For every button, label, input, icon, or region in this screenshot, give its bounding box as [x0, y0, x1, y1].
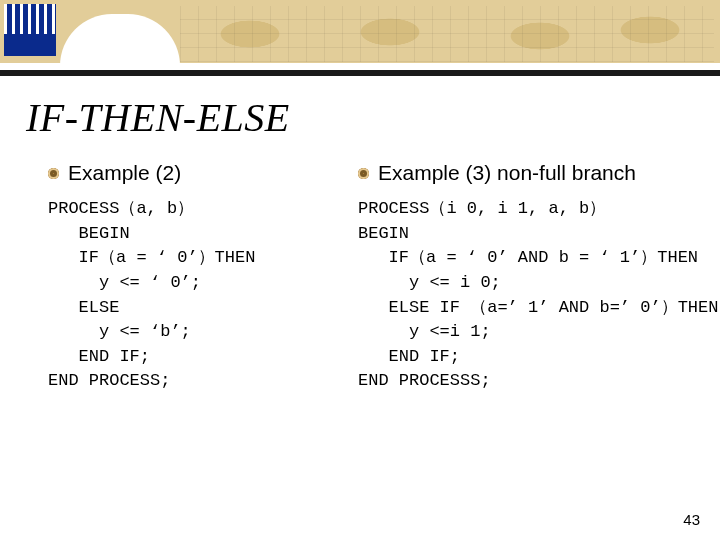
banner-swirl: [60, 14, 180, 70]
bullet-icon: [358, 168, 369, 179]
institution-logo: [4, 4, 56, 56]
example-3-heading: Example (3) non-full branch: [358, 161, 718, 185]
bullet-icon: [48, 168, 59, 179]
example-2-code: PROCESS（a, b） BEGIN IF（a = ‘ 0’）THEN y <…: [48, 197, 328, 394]
example-2-heading: Example (2): [48, 161, 328, 185]
column-left: Example (2) PROCESS（a, b） BEGIN IF（a = ‘…: [48, 159, 328, 394]
example-2-heading-text: Example (2): [68, 161, 181, 184]
content-columns: Example (2) PROCESS（a, b） BEGIN IF（a = ‘…: [0, 151, 720, 394]
banner-underline: [0, 70, 720, 76]
banner-swirl-bar: [0, 63, 720, 70]
slide-title: IF-THEN-ELSE: [26, 94, 720, 141]
banner-world-maps: [180, 6, 714, 62]
page-number: 43: [683, 511, 700, 528]
example-3-code: PROCESS（i 0, i 1, a, b） BEGIN IF（a = ‘ 0…: [358, 197, 718, 394]
example-3-heading-text: Example (3) non-full branch: [378, 161, 636, 184]
slide-banner: [0, 0, 720, 70]
column-right: Example (3) non-full branch PROCESS（i 0,…: [358, 159, 718, 394]
